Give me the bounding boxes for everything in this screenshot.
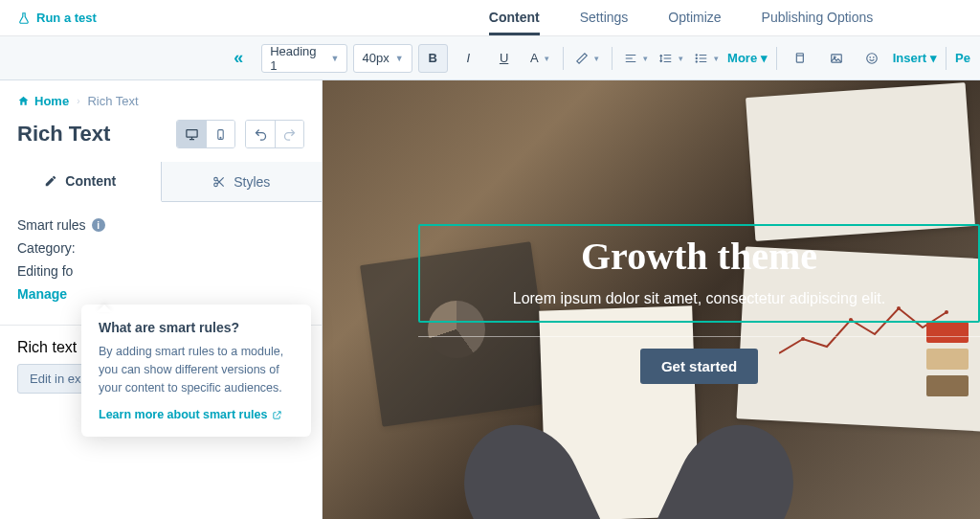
panel-tabs: Content Styles — [0, 162, 322, 202]
hero-divider — [418, 336, 980, 337]
home-icon — [17, 95, 30, 107]
size-dropdown-label: 40px — [362, 51, 389, 65]
desktop-icon — [185, 127, 199, 142]
panel-tab-styles[interactable]: Styles — [162, 162, 323, 201]
svg-point-7 — [870, 56, 871, 57]
undo-button[interactable] — [246, 121, 275, 147]
mobile-icon — [214, 127, 227, 142]
popover-title: What are smart rules? — [99, 320, 294, 335]
separator — [776, 47, 777, 70]
bold-button[interactable]: B — [418, 44, 448, 73]
link-icon — [794, 52, 808, 65]
panel-title-actions — [176, 120, 304, 148]
svg-point-11 — [220, 137, 221, 138]
link-button[interactable] — [786, 44, 815, 73]
tab-optimize[interactable]: Optimize — [668, 1, 721, 35]
list-icon — [695, 52, 708, 65]
breadcrumb-current: Rich Text — [87, 94, 138, 108]
sidebar: Home › Rich Text Rich Text Content — [0, 80, 323, 519]
sidebar-collapse: « — [0, 36, 252, 79]
svg-point-2 — [696, 60, 697, 61]
redo-icon — [282, 127, 297, 142]
redo-button[interactable] — [275, 121, 303, 147]
hero-block: Growth theme Lorem ipsum dolor sit amet,… — [418, 195, 980, 384]
scissors-icon — [212, 175, 226, 189]
truncated-action[interactable]: Pe — [955, 51, 970, 65]
image-button[interactable] — [821, 44, 851, 73]
format-dropdown-label: Heading 1 — [270, 44, 324, 73]
emoji-icon — [865, 52, 879, 65]
chevron-right-icon: › — [77, 96, 79, 106]
category-row: Category: — [17, 240, 304, 256]
breadcrumb: Home › Rich Text — [0, 80, 322, 116]
highlighter-icon — [575, 52, 589, 65]
svg-point-6 — [867, 53, 878, 63]
category-label: Category: — [17, 240, 76, 256]
preview-canvas[interactable]: Growth theme Lorem ipsum dolor sit amet,… — [323, 80, 980, 519]
svg-rect-3 — [796, 53, 803, 61]
run-test-link[interactable]: Run a test — [17, 11, 97, 25]
hero-title[interactable]: Growth theme — [439, 234, 959, 279]
top-bar: Run a test Content Settings Optimize Pub… — [0, 0, 980, 36]
image-icon — [830, 52, 843, 65]
editing-for-row: Editing fo — [17, 263, 304, 279]
more-dropdown[interactable]: More▾ — [727, 51, 768, 65]
line-height-icon — [659, 52, 673, 65]
tab-publishing[interactable]: Publishing Options — [762, 1, 874, 35]
run-test-label: Run a test — [36, 11, 97, 25]
mobile-toggle[interactable] — [206, 121, 234, 147]
smart-rules-popover: What are smart rules? By adding smart ru… — [81, 305, 311, 437]
italic-button[interactable]: I — [454, 44, 483, 73]
top-tabs: Content Settings Optimize Publishing Opt… — [489, 1, 873, 35]
format-dropdown[interactable]: Heading 1▼ — [261, 44, 347, 73]
separator — [946, 47, 947, 70]
external-link-icon — [272, 410, 282, 420]
manage-row: Manage — [17, 286, 304, 302]
insert-dropdown[interactable]: Insert▾ — [893, 51, 937, 65]
align-icon — [624, 52, 637, 65]
emoji-button[interactable] — [857, 44, 886, 73]
highlight-button[interactable]: ▾ — [572, 44, 602, 73]
smart-rules-row: Smart rules i — [17, 217, 304, 233]
info-icon[interactable]: i — [92, 218, 105, 232]
popover-body: By adding smart rules to a module, you c… — [99, 343, 294, 396]
panel-title: Rich Text — [17, 122, 110, 147]
hero-cta-button[interactable]: Get started — [640, 349, 758, 384]
svg-point-1 — [696, 57, 697, 58]
size-dropdown[interactable]: 40px▼ — [353, 44, 412, 73]
main-columns: Home › Rich Text Rich Text Content — [0, 80, 980, 519]
svg-point-8 — [874, 56, 875, 57]
line-height-button[interactable]: ▾ — [657, 44, 686, 73]
editing-for-label: Editing fo — [17, 263, 73, 279]
list-button[interactable]: ▾ — [692, 44, 722, 73]
text-color-button[interactable]: A▾ — [524, 44, 554, 73]
panel-title-row: Rich Text — [0, 116, 322, 162]
smart-rules-label: Smart rules — [17, 217, 86, 233]
popover-learn-link[interactable]: Learn more about smart rules — [99, 408, 294, 421]
separator — [612, 47, 612, 70]
breadcrumb-home[interactable]: Home — [17, 94, 69, 108]
flask-icon — [17, 11, 31, 25]
device-toggle — [176, 120, 235, 148]
manage-link[interactable]: Manage — [17, 286, 67, 302]
desktop-toggle[interactable] — [177, 121, 206, 147]
tab-settings[interactable]: Settings — [580, 1, 629, 35]
tab-content[interactable]: Content — [489, 1, 540, 35]
hero-subtitle[interactable]: Lorem ipsum dolor sit amet, consectetur … — [439, 290, 959, 307]
undo-redo-group — [245, 120, 304, 148]
svg-point-0 — [696, 54, 697, 55]
pencil-icon — [44, 174, 57, 188]
caret-down-icon: ▼ — [395, 54, 404, 63]
align-button[interactable]: ▾ — [621, 44, 651, 73]
undo-icon — [254, 127, 268, 142]
underline-button[interactable]: U — [489, 44, 519, 73]
svg-rect-9 — [186, 129, 196, 137]
separator — [563, 47, 564, 70]
editor-toolbar-row: « Heading 1▼ 40px▼ B I U A▾ ▾ ▾ ▾ ▾ More… — [0, 36, 980, 80]
selected-module-outline[interactable]: Growth theme Lorem ipsum dolor sit amet,… — [418, 224, 980, 323]
panel-tab-content[interactable]: Content — [0, 162, 162, 202]
collapse-chevron-icon[interactable]: « — [234, 48, 240, 68]
rich-text-toolbar: Heading 1▼ 40px▼ B I U A▾ ▾ ▾ ▾ ▾ More▾ … — [252, 36, 980, 79]
caret-down-icon: ▼ — [331, 54, 340, 63]
